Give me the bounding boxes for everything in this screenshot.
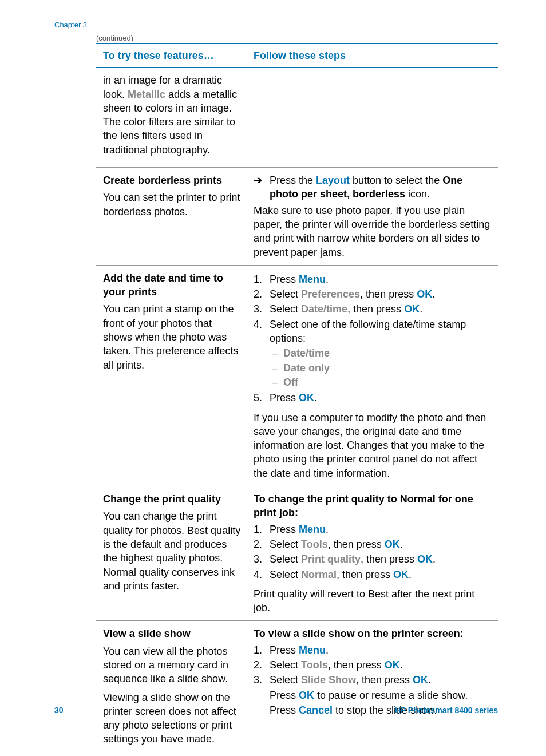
feature-desc: in an image for a dramatic look. Metalli… bbox=[103, 73, 241, 157]
note-para: Make sure to use photo paper. If you use… bbox=[254, 204, 492, 259]
feature-desc: Viewing a slide show on the printer scre… bbox=[103, 691, 241, 746]
step-text: Select Date/time, then press OK. bbox=[270, 302, 492, 316]
step-text: Select Tools, then press OK. bbox=[270, 658, 492, 672]
note-para: If you use a computer to modify the phot… bbox=[254, 411, 492, 480]
feature-cell: Create borderless prints You can set the… bbox=[96, 168, 248, 265]
product-name: HP Photosmart 8400 series bbox=[395, 705, 498, 716]
feature-cell: View a slide show You can view all the p… bbox=[96, 621, 248, 756]
step-text: Select Preferences, then press OK. bbox=[270, 287, 492, 301]
table-row: in an image for a dramatic look. Metalli… bbox=[96, 68, 498, 168]
header-right: Follow these steps bbox=[248, 44, 498, 67]
table-header-row: To try these features… Follow these step… bbox=[96, 44, 498, 68]
step-text: Press Menu. bbox=[270, 643, 492, 657]
steps-cell: ➔ Press the Layout button to select the … bbox=[248, 168, 498, 265]
step-text: Press Menu. bbox=[270, 272, 492, 286]
step-text: Press Menu. bbox=[270, 523, 492, 536]
table-row: Add the date and time to your prints You… bbox=[96, 266, 498, 486]
page-footer: 30 HP Photosmart 8400 series bbox=[54, 705, 498, 716]
feature-title: Create borderless prints bbox=[103, 173, 241, 187]
feature-title: Add the date and time to your prints bbox=[103, 271, 241, 299]
steps-cell bbox=[248, 68, 498, 167]
feature-desc: You can print a stamp on the front of yo… bbox=[103, 302, 241, 371]
chapter-label: Chapter 3 bbox=[54, 20, 87, 30]
sub-options: –Date/time –Date only –Off bbox=[270, 346, 492, 389]
steps-list: 1.Press Menu. 2.Select Tools, then press… bbox=[254, 523, 492, 581]
sub-option: Off bbox=[283, 375, 492, 389]
table-row: View a slide show You can view all the p… bbox=[96, 621, 498, 756]
feature-cell: in an image for a dramatic look. Metalli… bbox=[96, 68, 248, 167]
feature-desc: You can set the printer to print borderl… bbox=[103, 191, 241, 219]
arrow-icon: ➔ bbox=[254, 173, 270, 201]
note-para: Print quality will revert to Best after … bbox=[254, 587, 492, 615]
arrow-text: Press the Layout button to select the On… bbox=[270, 173, 492, 201]
feature-title: Change the print quality bbox=[103, 492, 241, 506]
sub-option: Date/time bbox=[283, 346, 492, 360]
features-table: To try these features… Follow these step… bbox=[96, 43, 498, 756]
step-text: Press OK. bbox=[270, 391, 492, 405]
feature-desc: You can change the print quality for pho… bbox=[103, 509, 241, 593]
feature-cell: Add the date and time to your prints You… bbox=[96, 266, 248, 486]
feature-desc: You can view all the photos stored on a … bbox=[103, 644, 241, 686]
steps-list: 1.Press Menu. 2.Select Preferences, then… bbox=[254, 272, 492, 405]
continued-label: (continued) bbox=[96, 33, 133, 43]
arrow-step: ➔ Press the Layout button to select the … bbox=[254, 173, 492, 201]
sub-option: Date only bbox=[283, 361, 492, 375]
steps-cell: To change the print quality to Normal fo… bbox=[248, 486, 498, 620]
page-number: 30 bbox=[54, 705, 64, 716]
table-row: Create borderless prints You can set the… bbox=[96, 168, 498, 266]
step-text: Select Normal, then press OK. bbox=[270, 568, 492, 581]
steps-cell: 1.Press Menu. 2.Select Preferences, then… bbox=[248, 266, 498, 486]
step-text: Select Print quality, then press OK. bbox=[270, 552, 492, 566]
step-text: Select one of the following date/time st… bbox=[270, 318, 492, 390]
steps-title: To view a slide show on the printer scre… bbox=[254, 627, 492, 640]
table-row: Change the print quality You can change … bbox=[96, 486, 498, 621]
step-text: Select Tools, then press OK. bbox=[270, 537, 492, 551]
feature-title: View a slide show bbox=[103, 627, 241, 640]
step-text: Select Slide Show, then press OK. bbox=[270, 673, 492, 687]
steps-title: To change the print quality to Normal fo… bbox=[254, 492, 492, 520]
steps-cell: To view a slide show on the printer scre… bbox=[248, 621, 498, 756]
step-text: Press OK to pause or resume a slide show… bbox=[270, 688, 492, 702]
header-left: To try these features… bbox=[96, 44, 248, 67]
feature-cell: Change the print quality You can change … bbox=[96, 486, 248, 620]
